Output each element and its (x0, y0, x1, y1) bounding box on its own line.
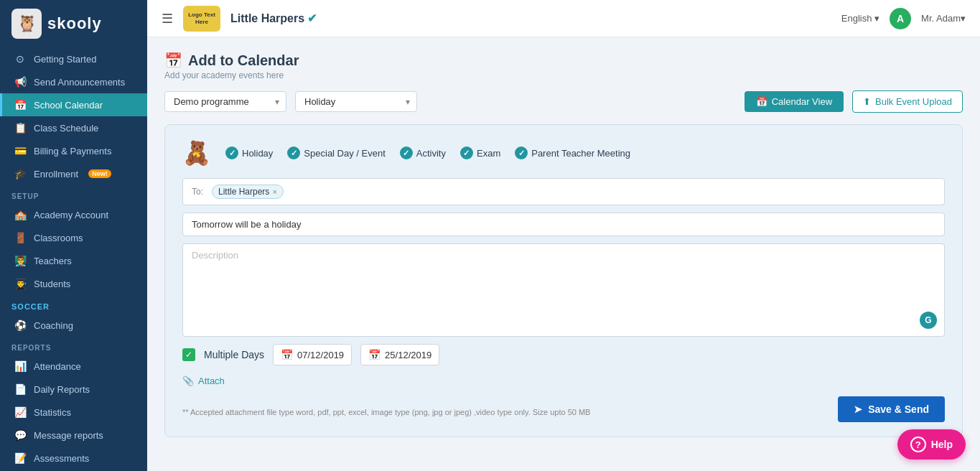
description-field[interactable]: Description G (182, 243, 945, 337)
to-field: To: Little Harpers × (182, 178, 945, 205)
teacher-icon: 👨‍🏫 (14, 255, 27, 266)
enrollment-icon: 🎓 (14, 168, 27, 179)
start-date-cal-icon: 📅 (281, 349, 293, 360)
sidebar-logo: 🦉 skooly (0, 0, 147, 47)
sidebar-item-enrollment[interactable]: 🎓 Enrollment New! (0, 162, 147, 185)
language-selector[interactable]: English ▾ (841, 13, 879, 24)
multiple-days-row: ✓ Multiple Days 📅 07/12/2019 📅 25/12/201… (182, 344, 945, 365)
event-type-activity[interactable]: ✓ Activity (400, 146, 446, 159)
sidebar-item-coaching[interactable]: ⚽ Coaching (0, 314, 147, 337)
end-date-cal-icon: 📅 (368, 349, 381, 360)
sidebar-item-students[interactable]: 👨‍🎓 Students (0, 272, 147, 295)
sidebar-item-school-calendar[interactable]: 📅 School Calendar (0, 93, 147, 116)
academy-name: Little Harpers ✔ (230, 11, 317, 25)
bulk-upload-button[interactable]: ⬆ Bulk Event Upload (852, 90, 963, 113)
schedule-icon: 📋 (14, 122, 27, 134)
remove-recipient-button[interactable]: × (272, 187, 276, 196)
calendar-view-icon: 📅 (756, 96, 767, 107)
user-name-dropdown[interactable]: Mr. Adam▾ (921, 13, 966, 24)
soccer-section-label: SOCCER (0, 295, 147, 314)
sidebar-item-academy-account[interactable]: 🏫 Academy Account (0, 203, 147, 226)
announcement-icon: 📢 (14, 76, 27, 88)
main-content: ☰ Logo Text Here Little Harpers ✔ Englis… (147, 0, 980, 471)
upload-icon: ⬆ (863, 96, 871, 107)
type-dropdown[interactable]: Holiday (295, 91, 417, 112)
assessment-icon: 📝 (14, 452, 27, 464)
setup-section-label: SETUP (0, 185, 147, 203)
event-type-special-day[interactable]: ✓ Special Day / Event (287, 146, 385, 159)
end-date-input[interactable]: 📅 25/12/2019 (360, 344, 439, 365)
sidebar-item-classrooms[interactable]: 🚪 Classrooms (0, 226, 147, 249)
attendance-icon: 📊 (14, 360, 27, 372)
calendar-view-button[interactable]: 📅 Calendar View (745, 91, 844, 112)
billing-icon: 💳 (14, 145, 27, 157)
sidebar-item-send-announcements[interactable]: 📢 Send Announcements (0, 70, 147, 93)
new-badge: New! (88, 169, 111, 178)
classroom-icon: 🚪 (14, 232, 27, 243)
owl-logo-icon: 🦉 (11, 9, 42, 39)
academy-icon: 🏫 (14, 209, 27, 220)
message-icon: 💬 (14, 429, 27, 441)
program-dropdown-wrap: Demo programme (164, 91, 286, 112)
check-circle-ptm: ✓ (515, 146, 528, 159)
save-send-button[interactable]: ➤ Save & Send (838, 396, 945, 422)
event-type-exam[interactable]: ✓ Exam (460, 146, 500, 159)
top-controls: Demo programme Holiday 📅 Calendar View ⬆… (164, 90, 963, 113)
coaching-icon: ⚽ (14, 320, 27, 331)
sidebar-item-assessments[interactable]: 📝 Assessments (0, 447, 147, 470)
sidebar-item-teachers[interactable]: 👨‍🏫 Teachers (0, 249, 147, 272)
doll-icon: 🧸 (182, 139, 211, 167)
page-title: 📅 Add to Calendar (164, 52, 963, 69)
statistics-icon: 📈 (14, 406, 27, 418)
check-circle-exam: ✓ (460, 146, 473, 159)
event-type-ptm[interactable]: ✓ Parent Teacher Meeting (515, 146, 630, 159)
student-icon: 👨‍🎓 (14, 278, 27, 289)
sidebar-item-class-schedule[interactable]: 📋 Class Schedule (0, 116, 147, 139)
multiple-days-checkbox[interactable]: ✓ (182, 348, 195, 361)
to-label: To: (192, 187, 206, 197)
help-circle-icon: ? (910, 437, 926, 452)
attach-row[interactable]: 📎 Attach (182, 376, 945, 386)
home-icon: ⊙ (14, 53, 27, 65)
message-field[interactable]: Tomorrow will be a holiday (182, 213, 945, 236)
sidebar-item-getting-started[interactable]: ⊙ Getting Started (0, 47, 147, 70)
reports-section-label: REPORTS (0, 337, 147, 355)
program-dropdown[interactable]: Demo programme (164, 91, 286, 112)
multiple-days-label: Multiple Days (204, 349, 264, 360)
start-date-input[interactable]: 📅 07/12/2019 (273, 344, 352, 365)
description-placeholder: Description (192, 250, 238, 261)
sidebar-item-statistics[interactable]: 📈 Statistics (0, 401, 147, 424)
verified-icon: ✔ (307, 11, 317, 25)
daily-report-icon: 📄 (14, 383, 27, 395)
app-name: skooly (47, 14, 102, 33)
check-circle-special-day: ✓ (287, 146, 300, 159)
grammarly-icon: G (920, 312, 937, 329)
event-type-row: 🧸 ✓ Holiday ✓ Special Day / Event ✓ Acti… (182, 139, 945, 167)
form-card: 🧸 ✓ Holiday ✓ Special Day / Event ✓ Acti… (164, 124, 963, 437)
footer-note: ** Accepted attachment file type word, p… (182, 408, 590, 416)
sidebar-item-daily-reports[interactable]: 📄 Daily Reports (0, 378, 147, 401)
paperclip-icon: 📎 (182, 376, 194, 386)
event-type-holiday[interactable]: ✓ Holiday (225, 146, 273, 159)
topbar-right: English ▾ A Mr. Adam▾ (841, 8, 966, 29)
academy-logo: Logo Text Here (183, 6, 220, 32)
check-circle-holiday: ✓ (225, 146, 238, 159)
sidebar-item-billing-payments[interactable]: 💳 Billing & Payments (0, 139, 147, 162)
page-title-icon: 📅 (164, 52, 182, 69)
type-dropdown-wrap: Holiday (295, 91, 417, 112)
calendar-icon: 📅 (14, 99, 27, 111)
user-avatar: A (890, 8, 911, 29)
help-button[interactable]: ? Help (897, 429, 966, 460)
sidebar-item-attendance[interactable]: 📊 Attendance (0, 355, 147, 378)
sidebar-item-message-reports[interactable]: 💬 Message reports (0, 424, 147, 447)
check-circle-activity: ✓ (400, 146, 413, 159)
topbar: ☰ Logo Text Here Little Harpers ✔ Englis… (147, 0, 980, 37)
sidebar: 🦉 skooly ⊙ Getting Started 📢 Send Announ… (0, 0, 147, 471)
send-icon: ➤ (854, 404, 862, 415)
recipient-tag: Little Harpers × (212, 185, 284, 199)
content-area: 📅 Add to Calendar Add your academy event… (147, 37, 980, 471)
hamburger-icon[interactable]: ☰ (162, 11, 173, 27)
page-subtitle: Add your academy events here (164, 70, 963, 80)
